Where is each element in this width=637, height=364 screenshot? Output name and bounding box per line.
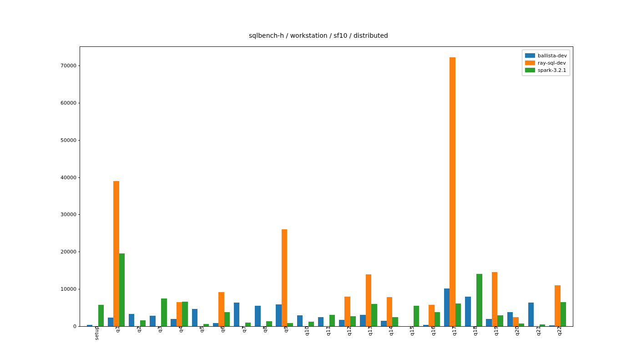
bar-spark-3.2.1	[392, 317, 398, 326]
bar-spark-3.2.1	[476, 274, 482, 326]
bar-spark-3.2.1	[455, 303, 461, 326]
bar-ray-sql-dev	[450, 57, 455, 326]
bar-ballista-dev	[276, 304, 281, 326]
bar-ray-sql-dev	[366, 274, 371, 326]
bar-spark-3.2.1	[414, 306, 419, 326]
bar-ballista-dev	[465, 297, 470, 326]
xtick-label: q13	[364, 326, 373, 336]
bar-ballista-dev	[129, 314, 134, 326]
xtick-label: q17	[448, 326, 457, 336]
bar-spark-3.2.1	[497, 315, 503, 326]
bar-ballista-dev	[381, 321, 386, 326]
bar-spark-3.2.1	[203, 324, 209, 326]
xtick-label: q19	[490, 326, 499, 336]
legend: ballista-devray-sql-devspark-3.2.1	[522, 50, 570, 76]
ytick-label: 50000	[61, 137, 80, 143]
xtick-label: q16	[427, 326, 436, 336]
chart-title: sqlbench-h / workstation / sf10 / distri…	[0, 32, 637, 39]
bar-ballista-dev	[192, 309, 197, 326]
xtick-label: setup	[91, 326, 100, 340]
legend-row: ray-sql-dev	[525, 59, 567, 66]
ytick-label: 70000	[61, 62, 80, 68]
xtick-label: q21	[532, 326, 541, 336]
bar-ray-sql-dev	[429, 305, 434, 326]
bar-ballista-dev	[444, 288, 450, 326]
ytick-label: 30000	[61, 212, 80, 217]
xtick-label: q3	[154, 326, 162, 333]
bar-ray-sql-dev	[387, 297, 392, 326]
xtick-label: q6	[217, 326, 226, 333]
bar-ray-sql-dev	[513, 317, 518, 326]
bar-spark-3.2.1	[435, 312, 440, 326]
legend-swatch	[525, 61, 535, 65]
bar-spark-3.2.1	[540, 324, 545, 326]
legend-label: spark-3.2.1	[538, 67, 566, 73]
bar-ray-sql-dev	[344, 297, 350, 326]
bar-spark-3.2.1	[119, 253, 125, 326]
bar-ballista-dev	[297, 315, 303, 326]
bar-ballista-dev	[339, 320, 344, 326]
ytick-label: 10000	[61, 286, 80, 292]
legend-label: ray-sql-dev	[538, 60, 566, 66]
bar-ballista-dev	[150, 316, 155, 326]
bar-spark-3.2.1	[371, 304, 377, 326]
bar-spark-3.2.1	[224, 312, 230, 326]
legend-swatch	[525, 53, 535, 58]
plot-inner: 010000200003000040000500006000070000setu…	[80, 47, 573, 326]
bar-ray-sql-dev	[555, 285, 560, 326]
bar-ballista-dev	[549, 325, 555, 326]
bar-spark-3.2.1	[561, 302, 566, 326]
xtick-label: q15	[406, 326, 415, 336]
xtick-label: q20	[511, 326, 520, 336]
bar-spark-3.2.1	[308, 322, 314, 326]
bar-spark-3.2.1	[182, 302, 187, 326]
bar-ballista-dev	[213, 323, 218, 326]
bar-ballista-dev	[87, 325, 92, 326]
bar-spark-3.2.1	[161, 298, 167, 326]
bar-spark-3.2.1	[519, 324, 524, 326]
xtick-label: q2	[133, 326, 142, 333]
chart-figure: sqlbench-h / workstation / sf10 / distri…	[0, 0, 637, 364]
ytick-label: 40000	[61, 174, 80, 180]
bar-ray-sql-dev	[282, 229, 287, 326]
bar-ray-sql-dev	[492, 272, 497, 326]
xtick-label: q18	[469, 326, 478, 336]
ytick-label: 20000	[61, 249, 80, 255]
bar-ballista-dev	[255, 306, 260, 326]
xtick-label: q4	[175, 326, 184, 333]
xtick-label: q22	[553, 326, 562, 336]
bar-spark-3.2.1	[350, 316, 356, 326]
bar-ballista-dev	[486, 319, 491, 326]
bar-spark-3.2.1	[287, 323, 293, 326]
bar-spark-3.2.1	[329, 315, 335, 326]
xtick-label: q12	[343, 326, 352, 336]
legend-swatch	[525, 68, 535, 72]
bar-spark-3.2.1	[98, 305, 104, 326]
xtick-label: q10	[301, 326, 310, 336]
ytick-label: 0	[73, 324, 80, 329]
bar-ray-sql-dev	[218, 292, 224, 326]
xtick-label: q7	[238, 326, 247, 333]
ytick-label: 60000	[61, 100, 80, 106]
bar-ballista-dev	[360, 315, 365, 326]
xtick-label: q5	[196, 326, 205, 333]
bar-spark-3.2.1	[266, 321, 272, 326]
bar-ballista-dev	[171, 319, 176, 326]
bar-ballista-dev	[108, 318, 113, 326]
legend-row: ballista-dev	[525, 52, 567, 59]
bar-spark-3.2.1	[245, 323, 251, 326]
bar-ray-sql-dev	[177, 302, 182, 326]
bar-ballista-dev	[423, 325, 429, 326]
bar-ballista-dev	[528, 303, 534, 326]
xtick-label: q11	[322, 326, 331, 336]
bar-ballista-dev	[507, 312, 513, 326]
plot-area: 010000200003000040000500006000070000setu…	[80, 46, 573, 327]
bar-spark-3.2.1	[140, 320, 146, 326]
bar-ray-sql-dev	[113, 181, 119, 326]
bar-ballista-dev	[318, 317, 324, 326]
xtick-label: q8	[259, 326, 268, 333]
xtick-label: q1	[112, 326, 121, 333]
xtick-label: q14	[385, 326, 394, 336]
legend-label: ballista-dev	[538, 53, 567, 59]
legend-row: spark-3.2.1	[525, 66, 567, 74]
